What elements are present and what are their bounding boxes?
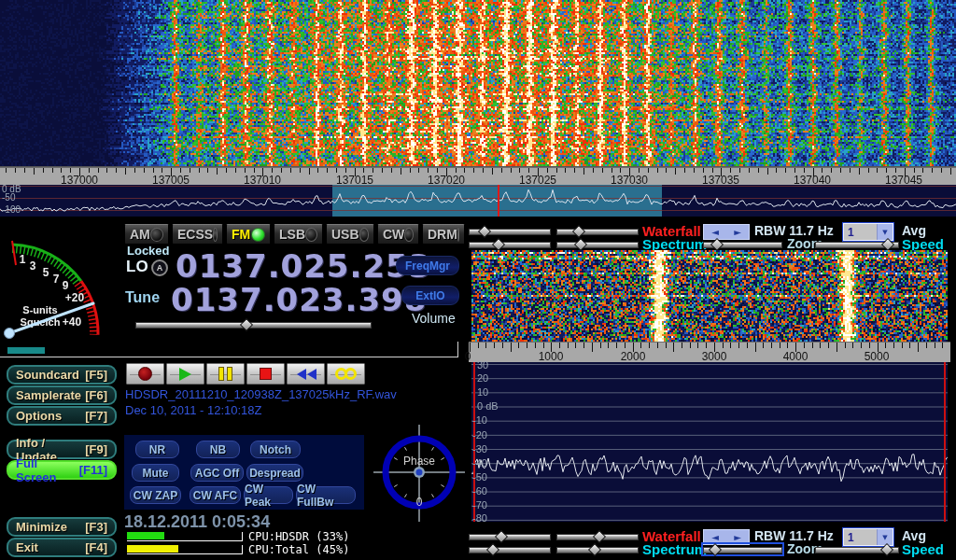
hdsdr-window: 137000 137005 137010 137015 137020 13702… bbox=[0, 0, 956, 560]
tune-frequency-value[interactable]: 0137.023.398 bbox=[171, 281, 427, 318]
mode-button-cw[interactable]: CW bbox=[377, 224, 419, 245]
freq-tick-label: 4000 bbox=[775, 350, 816, 363]
db-label: 20 bbox=[477, 372, 488, 384]
zoom-slider-top[interactable] bbox=[703, 239, 782, 249]
exit-button[interactable]: Exit[F4] bbox=[6, 537, 118, 556]
audio-spectrum-display[interactable]: 30 20 10 0 dB -10 -20 -30 -40 -50 -60 -7… bbox=[471, 362, 948, 522]
agc-button[interactable]: AGC Off bbox=[190, 464, 244, 482]
wf-brightness-slider-top[interactable] bbox=[469, 226, 551, 236]
freq-tick-label: 3000 bbox=[694, 350, 735, 363]
cw-peak-button[interactable]: CW Peak bbox=[244, 486, 293, 504]
despread-button[interactable]: Despread bbox=[246, 464, 303, 482]
lo-auto-badge[interactable]: A bbox=[151, 259, 168, 276]
freq-tick-label: 0 bbox=[462, 350, 473, 363]
tune-label: Tune bbox=[125, 289, 160, 306]
arrow-left-icon[interactable]: ◄ bbox=[711, 533, 719, 542]
mode-led bbox=[404, 228, 414, 242]
locked-label: Locked bbox=[127, 244, 170, 258]
wav-file-date: Dec 10, 2011 - 12:10:18Z bbox=[125, 403, 261, 417]
wf-brightness-slider-bottom[interactable] bbox=[469, 531, 551, 541]
nr-button[interactable]: NR bbox=[135, 441, 179, 458]
loop-button[interactable] bbox=[327, 363, 365, 385]
pause-button[interactable] bbox=[206, 363, 245, 385]
cw-afc-button[interactable]: CW AFC bbox=[190, 486, 241, 504]
arrow-left-icon[interactable]: ◄ bbox=[711, 228, 719, 237]
wf-contrast-slider-top[interactable] bbox=[556, 226, 639, 236]
panel-divider bbox=[457, 342, 458, 357]
cpu-total-text: CPU:Total (45%) bbox=[248, 543, 349, 556]
record-icon bbox=[138, 367, 152, 381]
lo-frequency-value[interactable]: 0137.025.253 bbox=[176, 247, 431, 285]
play-button[interactable] bbox=[166, 363, 204, 385]
phase-label: Phase bbox=[400, 455, 439, 468]
extio-button[interactable]: ExtIO bbox=[401, 286, 459, 305]
wf-contrast-slider-bottom[interactable] bbox=[556, 531, 639, 541]
main-waterfall-display[interactable] bbox=[0, 0, 956, 166]
stop-icon bbox=[260, 368, 272, 380]
mode-button-ecss[interactable]: ECSS bbox=[172, 224, 223, 245]
arrow-right-icon[interactable]: ► bbox=[734, 533, 741, 542]
band-scroll-spinner-bottom[interactable]: ◄► bbox=[703, 529, 750, 545]
mode-button-lsb[interactable]: LSB bbox=[274, 224, 323, 245]
volume-slider[interactable] bbox=[135, 319, 372, 329]
fullscreen-button[interactable]: Full Screen[F11] bbox=[6, 459, 118, 479]
speed-slider-bottom[interactable] bbox=[815, 544, 899, 554]
mute-button[interactable]: Mute bbox=[132, 464, 179, 482]
lo-label: LO bbox=[126, 258, 148, 276]
date-time-display: 18.12.2011 0:05:34 bbox=[124, 512, 270, 532]
main-frequency-ruler[interactable]: 137000 137005 137010 137015 137020 13702… bbox=[0, 166, 956, 186]
audio-frequency-ruler[interactable]: 0 1000 2000 3000 4000 5000 bbox=[469, 342, 950, 362]
audio-waterfall-display[interactable] bbox=[471, 250, 948, 342]
mode-led bbox=[457, 228, 459, 242]
mode-button-drm[interactable]: DRM bbox=[422, 224, 465, 245]
play-icon bbox=[179, 368, 191, 381]
cw-zap-button[interactable]: CW ZAP bbox=[130, 486, 181, 504]
mode-button-am[interactable]: AM bbox=[124, 224, 169, 245]
soundcard-button[interactable]: Soundcard[F5] bbox=[6, 364, 118, 384]
mode-led bbox=[359, 228, 369, 242]
arrow-right-icon[interactable]: ► bbox=[734, 228, 741, 237]
samplerate-button[interactable]: Samplerate[F6] bbox=[6, 385, 118, 404]
phase-scope: Phase 0 bbox=[373, 425, 465, 522]
record-button[interactable] bbox=[126, 363, 164, 385]
sp-contrast-slider-top[interactable] bbox=[556, 239, 639, 249]
strip-db-label: -50 bbox=[2, 192, 15, 203]
sp-brightness-slider-bottom[interactable] bbox=[469, 544, 551, 554]
notch-button[interactable]: Notch bbox=[250, 441, 301, 458]
options-button[interactable]: Options[F7] bbox=[6, 405, 118, 425]
cpu-hdsdr-text: CPU:HDSDR (33%) bbox=[248, 530, 349, 543]
zoom-slider-bottom[interactable] bbox=[703, 544, 782, 554]
sp-brightness-slider-top[interactable] bbox=[469, 239, 551, 249]
loop-icon bbox=[335, 368, 357, 380]
spectrum-label-bottom: Spectrum bbox=[642, 541, 707, 557]
rewind-icon bbox=[296, 369, 316, 380]
speed-slider-top[interactable] bbox=[815, 239, 899, 249]
panel-divider bbox=[0, 357, 458, 357]
squelch-level-bar[interactable] bbox=[7, 347, 45, 354]
cpu-total-fill bbox=[127, 545, 178, 553]
cpu-hdsdr-bar bbox=[127, 532, 243, 541]
chevron-down-icon[interactable]: ▼ bbox=[877, 224, 893, 240]
cpu-total-bar bbox=[127, 545, 243, 554]
freq-tick-label: 2000 bbox=[612, 350, 654, 363]
cw-fullbw-button[interactable]: CW FullBw bbox=[296, 486, 356, 504]
minimize-button[interactable]: Minimize[F3] bbox=[6, 516, 118, 536]
mode-button-fm[interactable]: FM bbox=[226, 224, 271, 245]
band-edge-line-right bbox=[944, 362, 946, 522]
stop-button[interactable] bbox=[246, 363, 285, 385]
band-edge-line-left bbox=[473, 362, 475, 522]
sp-contrast-slider-bottom[interactable] bbox=[556, 544, 639, 554]
band-scroll-spinner-top[interactable]: ◄► bbox=[703, 224, 750, 240]
db-label: -30 bbox=[472, 443, 487, 455]
freq-tick-label: 5000 bbox=[856, 350, 897, 363]
db-label: -70 bbox=[472, 499, 487, 511]
chevron-down-icon[interactable]: ▼ bbox=[877, 529, 893, 545]
main-spectrum-strip[interactable]: 0 dB -50 -100 bbox=[0, 185, 956, 217]
db-label: -40 bbox=[472, 457, 487, 469]
freqmgr-button[interactable]: FreqMgr bbox=[396, 256, 459, 275]
mode-button-usb[interactable]: USB bbox=[326, 224, 374, 245]
mode-led bbox=[150, 228, 163, 242]
nb-button[interactable]: NB bbox=[196, 441, 240, 458]
rewind-button[interactable] bbox=[287, 363, 325, 385]
strip-db-label: -100 bbox=[2, 204, 21, 215]
